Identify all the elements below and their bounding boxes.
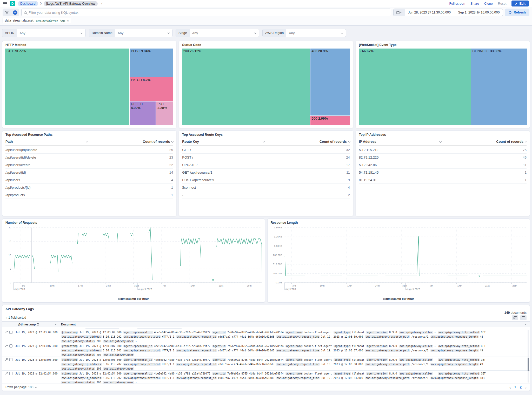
timestamp-column-header[interactable]: ↓ @timestamp	[15, 323, 61, 326]
expand-row-icon[interactable]	[5, 344, 8, 347]
edit-button[interactable]: Edit	[511, 1, 529, 6]
sort-header-count[interactable]: Count of records	[496, 140, 527, 144]
row-checkbox[interactable]	[9, 331, 12, 334]
expand-row-icon[interactable]	[5, 372, 8, 375]
breadcrumb-dashboard[interactable]: Dashboard	[18, 1, 38, 6]
control-api-id[interactable]: API ID Any	[2, 29, 86, 37]
expand-row-icon[interactable]	[5, 358, 8, 361]
row-label[interactable]: /api/products/{id}	[5, 186, 31, 189]
calendar-icon-button[interactable]	[394, 9, 405, 16]
panel-top-resource-paths: Top Accessed Resource Paths Path Count o…	[2, 131, 176, 216]
response-length-chart[interactable]: 0.00B256.00B512.00B768.00B1.00KB1.25KB1.…	[268, 226, 530, 297]
treemap-tile-get[interactable]: GET 73.77%	[5, 48, 129, 125]
sort-header-path[interactable]: Path	[5, 140, 88, 144]
treemap-tile--[interactable]: - 66.67%	[358, 48, 471, 125]
row-label[interactable]: GET /api/resource/1	[182, 171, 212, 174]
date-start[interactable]: Jun 28, 2023 @ 11:30:00.000	[408, 11, 451, 14]
row-label[interactable]: UPDATE /	[182, 163, 197, 167]
row-label[interactable]: 81.19.24.31	[359, 178, 377, 182]
clone-button[interactable]: Clone	[484, 2, 493, 5]
row-checkbox[interactable]	[9, 358, 12, 361]
saved-check-icon: ✓	[100, 2, 103, 5]
row-label[interactable]: POST /api/resource/1	[182, 178, 215, 182]
kql-search-input[interactable]: Filter your data using KQL syntax	[21, 9, 391, 16]
pagination-page-2[interactable]: 2	[520, 385, 522, 389]
svg-text:24th: 24th	[106, 284, 111, 287]
row-label[interactable]: /api/users/{id}/update	[5, 148, 37, 152]
row-label[interactable]: -	[182, 193, 183, 197]
chevron-down-icon[interactable]	[55, 323, 57, 325]
refresh-button[interactable]: Refresh	[505, 9, 529, 16]
treemap-tile-200[interactable]: 200 76.12%	[182, 48, 310, 125]
row-label[interactable]: /api/products	[5, 193, 25, 197]
field-name-chip: agent.id	[212, 331, 226, 334]
table-row: 54.71.181.451	[359, 169, 527, 176]
sort-header-count[interactable]: Count of records	[143, 140, 173, 144]
doc-field-pair: aws.apigateway.protocolHTTP/1.1	[123, 348, 175, 353]
row-label[interactable]: /api/users	[5, 178, 20, 182]
filter-pill[interactable]: data_stream.dataset: aws.apigateway_logs…	[3, 18, 71, 23]
share-button[interactable]: Share	[470, 2, 479, 5]
control-domain-name[interactable]: Domain Name Any	[89, 29, 172, 37]
sorted-fields-button[interactable]: ↑↓ 1 field sorted	[5, 316, 26, 319]
menu-hamburger-icon[interactable]	[3, 2, 7, 5]
filter-pills-row: data_stream.dataset: aws.apigateway_logs…	[0, 18, 532, 25]
table-row: 82.79.12.22546	[359, 154, 527, 161]
expand-row-icon[interactable]	[5, 331, 8, 333]
close-icon[interactable]: ×	[67, 19, 69, 23]
control-stage[interactable]: Stage Any	[176, 29, 259, 37]
row-checkbox[interactable]	[9, 372, 12, 375]
svg-text:3rd: 3rd	[292, 284, 296, 287]
field-name-chip: aws.apigateway.status	[61, 381, 95, 384]
treemap-tile-patch[interactable]: PATCH 8.2%	[129, 77, 174, 101]
doc-field-pair: aws.apigateway.response_length49	[430, 362, 483, 366]
grid-view-icon[interactable]	[520, 315, 527, 320]
row-label[interactable]: /api/users/create	[5, 163, 30, 167]
row-label[interactable]: 5.12.115.212	[359, 148, 378, 152]
pagination-prev-icon[interactable]: ‹	[509, 385, 511, 390]
treemap-tile-post[interactable]: POST 9.84%	[129, 48, 174, 77]
rows-per-page-button[interactable]: Rows per page: 100	[5, 385, 36, 389]
date-end[interactable]: Sep 1, 2023 @ 16:00:00.000	[458, 11, 500, 14]
row-label[interactable]: $connect	[182, 186, 196, 189]
number-of-requests-chart[interactable]: 051015203rd10th17th24th31st7th14th21st28…	[2, 226, 265, 297]
display-options-icon[interactable]	[512, 315, 518, 320]
table-row: POST /24	[182, 154, 350, 161]
row-label[interactable]: GET /	[182, 148, 191, 152]
sort-header-ip-address[interactable]: IP Address	[359, 140, 441, 144]
row-label[interactable]: 5.12.242.86	[359, 163, 377, 167]
treemap-tile-500[interactable]: 500 2.99%	[310, 116, 350, 125]
table-row: 5.12.115.21275	[359, 146, 527, 154]
full-screen-button[interactable]: Full screen	[449, 2, 465, 5]
row-label[interactable]: POST /	[182, 155, 193, 159]
table-row: POST /api/resource/19	[182, 176, 350, 184]
pagination-page-1[interactable]: 1	[514, 385, 516, 389]
add-filter-icon[interactable]: +	[11, 9, 19, 16]
filter-field: data_stream.dataset:	[5, 19, 34, 22]
treemap-tile-put[interactable]: PUT 3.28%	[156, 101, 174, 125]
doc-field-pair: agent.ephemeral_id4de3e042-4e80-4b30-a79…	[123, 358, 210, 362]
reset-button[interactable]: Reset	[498, 2, 507, 5]
row-label[interactable]: /api/users/{id}	[5, 171, 26, 174]
grid-scrollbar[interactable]	[528, 330, 529, 383]
row-label[interactable]: 82.79.12.225	[359, 155, 379, 159]
document-column-header[interactable]: Document	[61, 323, 530, 326]
tile-label: 403 20.9%	[312, 49, 328, 53]
treemap-tile-connect[interactable]: CONNECT 33.33%	[471, 48, 527, 125]
breadcrumb-page-title[interactable]: [Logs AWS] API Gateway Overview	[44, 1, 98, 6]
treemap-tile-delete[interactable]: DELETE 4.92%	[129, 101, 156, 125]
control-aws-region[interactable]: AWS Region Any	[262, 29, 346, 37]
pagination-next-icon[interactable]: ›	[525, 385, 527, 390]
sort-header-route-key[interactable]: Route Key	[182, 140, 264, 144]
panel-title: Top Accessed Route Keys	[179, 131, 353, 138]
doc-field-pair: aws.apigateway.request_idc0d57da7-c774-4…	[176, 335, 274, 339]
filter-funnel-icon[interactable]	[3, 9, 11, 16]
doc-field-pair: aws.apigateway.ip_address5.16.115.202	[61, 376, 122, 380]
sort-header-count[interactable]: Count of records	[320, 140, 350, 144]
row-checkbox[interactable]	[9, 344, 12, 348]
treemap-tile-403[interactable]: 403 20.9%	[310, 48, 350, 116]
scrollbar-thumb[interactable]	[528, 358, 529, 371]
space-avatar[interactable]: D	[10, 1, 15, 6]
row-label[interactable]: 54.71.181.45	[359, 171, 379, 174]
row-label[interactable]: /api/users/{id}/delete	[5, 155, 36, 159]
